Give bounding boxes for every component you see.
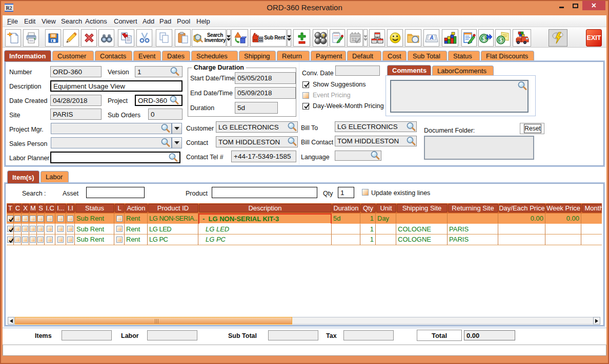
toolbar-smiley-button[interactable]	[387, 29, 403, 47]
project-search-icon[interactable]	[169, 95, 179, 105]
menu-view[interactable]: View	[42, 17, 56, 25]
cell-qty[interactable]: 1	[360, 224, 376, 235]
row-checkbox[interactable]	[14, 216, 21, 222]
toolbar-search-inventory-dropdown[interactable]	[227, 29, 231, 47]
toolbar-delivery-button[interactable]	[513, 29, 531, 47]
description-field[interactable]: Equipment Usage View	[50, 80, 182, 92]
tab-comments[interactable]: Comments	[387, 65, 431, 75]
customer-search-icon[interactable]	[287, 122, 297, 132]
menu-pad[interactable]: Pad	[159, 17, 171, 25]
customer-field[interactable]: LG ELECTRONICS	[216, 121, 298, 133]
labor-planner-search-icon[interactable]	[168, 153, 178, 162]
bill-to-search-icon[interactable]	[406, 122, 416, 132]
row-checkbox[interactable]	[57, 237, 64, 243]
product-input[interactable]	[212, 187, 317, 198]
column-header-shippingsite[interactable]: Shipping Site	[397, 204, 448, 212]
toolbar-org-chart-button[interactable]	[369, 29, 385, 47]
menu-search[interactable]: Search	[61, 17, 82, 25]
cell-returning-site[interactable]: PARIS	[448, 224, 498, 235]
column-header-c[interactable]: C	[14, 204, 22, 212]
tab-default[interactable]: Default	[347, 51, 381, 61]
qty-input[interactable]: 1	[338, 187, 354, 198]
row-checkbox[interactable]	[30, 226, 36, 232]
toolbar-folder-history-button[interactable]	[405, 29, 421, 47]
column-header-description[interactable]: Description	[199, 204, 332, 212]
toolbar-edit-note-button[interactable]	[461, 29, 477, 47]
menu-add[interactable]: Add	[143, 17, 154, 25]
row-checkbox[interactable]	[30, 216, 36, 222]
show-suggestions-checkbox[interactable]	[302, 81, 309, 88]
scrollbar-grip[interactable]	[158, 319, 158, 324]
toolbar-price-forward-button[interactable]: $	[478, 29, 494, 47]
column-header-m[interactable]: M	[30, 204, 37, 212]
sales-person-search-icon[interactable]	[160, 138, 170, 147]
menu-convert[interactable]: Convert	[114, 17, 137, 25]
column-header-action[interactable]: Action	[125, 204, 148, 212]
maximize-button[interactable]	[573, 4, 578, 8]
tab-dates[interactable]: Dates	[162, 51, 190, 61]
row-checkbox[interactable]	[47, 226, 53, 232]
tab-status[interactable]: Status	[448, 51, 480, 61]
column-header-productid[interactable]: Product ID	[148, 204, 198, 212]
row-checkbox[interactable]	[67, 216, 73, 222]
scrollbar-right-button[interactable]	[593, 317, 600, 325]
toolbar-copy-to-button[interactable]	[118, 29, 134, 47]
cell-product-id[interactable]: LG PC	[148, 234, 198, 245]
toolbar-search-inventory-button[interactable]: Search Inventory	[192, 29, 226, 47]
cell-action[interactable]: Rent	[125, 234, 148, 245]
row-checkbox-checked[interactable]	[7, 237, 13, 243]
row-checkbox[interactable]	[67, 237, 73, 243]
menu-file[interactable]: File	[7, 17, 18, 25]
menu-help[interactable]: Help	[196, 17, 210, 25]
row-checkbox[interactable]	[22, 237, 28, 243]
column-header-monthprice[interactable]: Month Price	[582, 204, 602, 212]
menu-actions[interactable]: Actions	[85, 17, 107, 25]
scrollbar-left-button[interactable]	[8, 317, 14, 325]
tab-sub-total[interactable]: Sub Total	[408, 51, 447, 61]
cell-shipping-site[interactable]: COLOGNE	[396, 224, 448, 235]
column-header-x[interactable]: X	[22, 204, 29, 212]
cell-week-price[interactable]	[545, 224, 581, 235]
row-checkbox-checked[interactable]	[7, 216, 13, 222]
row-checkbox-checked[interactable]	[7, 226, 13, 232]
cell-action[interactable]: Rent	[125, 224, 148, 235]
menu-pool[interactable]: Pool	[177, 17, 190, 25]
cell-description[interactable]: LG LED	[198, 224, 332, 235]
toolbar-shapes-button[interactable]	[231, 29, 248, 47]
scrollbar-grip[interactable]	[155, 319, 155, 324]
cell-shipping-site[interactable]	[396, 213, 448, 224]
column-header-duration[interactable]: Duration	[332, 204, 360, 212]
toolbar-sub-rent-dropdown[interactable]	[287, 29, 291, 47]
cell-shipping-site[interactable]: COLOGNE	[396, 234, 448, 245]
toolbar-notepad-button[interactable]	[330, 29, 345, 47]
toolbar-edit-button[interactable]	[63, 29, 79, 47]
tab-cost[interactable]: Cost	[382, 51, 407, 61]
contact-tel-field[interactable]: +44-17-5349-1585	[231, 151, 296, 162]
bill-contact-search-icon[interactable]	[406, 136, 416, 146]
scrollbar-grip[interactable]	[156, 319, 157, 324]
dwm-pricing-checkbox[interactable]	[302, 103, 309, 110]
tab-labor-comments[interactable]: LaborComments	[432, 66, 494, 75]
toolbar-save-button[interactable]	[45, 29, 61, 47]
tab-return[interactable]: Return	[277, 51, 310, 61]
row-checkbox[interactable]	[57, 226, 64, 232]
cell-status[interactable]: Sub Rent	[75, 224, 114, 235]
table-row[interactable]: Sub RentRentLG NON-SERIA...- LG NON-SERI…	[7, 213, 602, 224]
cell-duration[interactable]	[332, 234, 360, 245]
toolbar-quick-action-button[interactable]	[549, 29, 567, 47]
tab-event[interactable]: Event	[133, 51, 161, 61]
contact-search-icon[interactable]	[287, 137, 297, 146]
project-mgr-search-icon[interactable]	[160, 123, 170, 133]
tab-payment[interactable]: Payment	[311, 51, 346, 61]
tab-information[interactable]: Information	[4, 50, 51, 61]
contact-field[interactable]: TOM HIDDLESTON	[216, 136, 298, 147]
column-header-returningsite[interactable]: Returning Site	[448, 204, 498, 212]
cell-week-price[interactable]: 0.00	[545, 213, 581, 224]
toolbar-print-button[interactable]	[23, 29, 39, 47]
reset-button[interactable]: Reset	[524, 124, 541, 133]
toolbar-find-button[interactable]	[98, 29, 114, 47]
column-header-status[interactable]: Status	[75, 204, 114, 212]
row-checkbox[interactable]	[47, 216, 53, 222]
row-checkbox[interactable]	[30, 237, 36, 243]
tab-schedules[interactable]: Schedules	[191, 51, 238, 61]
